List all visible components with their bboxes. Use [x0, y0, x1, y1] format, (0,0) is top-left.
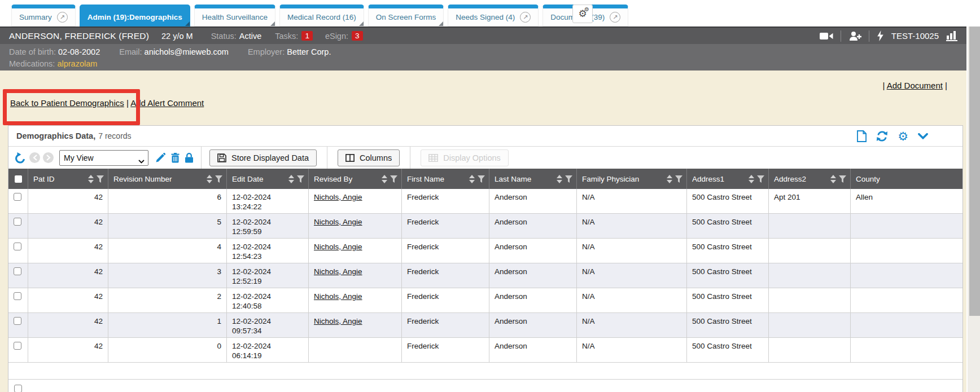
filter-funnel-icon[interactable] [390, 175, 397, 183]
chart-settings-button[interactable]: ⚙ ⚙ [572, 5, 593, 23]
filter-funnel-icon[interactable] [757, 175, 764, 183]
edit-view-pencil-icon[interactable] [155, 153, 165, 163]
columns-button[interactable]: Columns [338, 149, 400, 166]
sort-icon[interactable] [830, 175, 836, 183]
bar-chart-icon[interactable] [946, 31, 957, 41]
person-add-icon[interactable] [848, 31, 861, 41]
store-displayed-data-button[interactable]: Store Displayed Data [209, 149, 317, 166]
lock-view-icon[interactable] [185, 153, 193, 163]
revised-by-link[interactable]: Nichols, Angie [314, 193, 362, 201]
sort-icon[interactable] [382, 175, 387, 183]
medications-value[interactable]: alprazolam [57, 59, 97, 68]
column-header-revised-by[interactable]: Revised By [308, 169, 401, 189]
filter-funnel-icon[interactable] [675, 175, 683, 183]
sort-icon[interactable] [88, 175, 94, 183]
add-document-link[interactable]: Add Document [887, 81, 943, 90]
cell-pat-id: 42 [28, 313, 108, 337]
cell-first-name: Frederick [401, 338, 489, 362]
columns-label: Columns [360, 153, 392, 162]
column-header-county[interactable]: County [850, 169, 963, 189]
filter-funnel-icon[interactable] [478, 175, 485, 183]
sort-icon[interactable] [557, 175, 562, 183]
lightning-bolt-icon[interactable] [877, 30, 884, 41]
cell-edit-date: 12-02-202409:57:34 [226, 313, 308, 337]
column-header-family-physician[interactable]: Family Physician [576, 169, 686, 189]
esign-badge[interactable]: 3 [352, 31, 363, 41]
sort-icon[interactable] [469, 175, 475, 183]
column-header-address1[interactable]: Address1 [686, 169, 768, 189]
tab-on-screen-forms[interactable]: On Screen Forms [368, 5, 444, 27]
sort-icon[interactable] [207, 175, 212, 183]
cell-address1: 500 Castro Street [686, 189, 768, 213]
filter-funnel-icon[interactable] [839, 175, 846, 183]
revised-by-link[interactable]: Nichols, Angie [314, 292, 362, 301]
filter-funnel-icon[interactable] [297, 175, 304, 183]
row-checkbox-cell [8, 313, 28, 337]
row-checkbox[interactable] [14, 292, 21, 300]
delete-view-trash-icon[interactable] [171, 153, 180, 163]
row-checkbox[interactable] [14, 243, 21, 250]
tasks-badge[interactable]: 1 [301, 31, 313, 41]
tab-health-surveillance[interactable]: Health Surveillance [194, 5, 275, 27]
new-document-icon[interactable] [857, 130, 867, 142]
add-document-line: | Add Document | [882, 81, 947, 90]
column-header-first-name[interactable]: First Name [401, 169, 489, 189]
row-checkbox[interactable] [14, 267, 21, 275]
back-to-demographics-link[interactable]: Back to Patient Demographics [10, 98, 124, 108]
status-label: Status: [211, 32, 237, 41]
filter-funnel-icon[interactable] [215, 175, 222, 183]
gear-icon[interactable]: ⚙ [898, 130, 908, 142]
cell-revised-by: Nichols, Angie [308, 189, 401, 213]
revised-by-link[interactable]: Nichols, Angie [314, 218, 362, 226]
vertical-scrollbar-thumb[interactable] [969, 27, 980, 316]
cell-edit-date: 12-02-202413:24:22 [226, 189, 308, 213]
column-header-address2[interactable]: Address2 [768, 169, 850, 189]
sort-icon[interactable] [667, 175, 672, 183]
view-select[interactable]: My View [59, 150, 148, 166]
email-value: anichols@mieweb.com [145, 47, 229, 56]
tab-summary[interactable]: Summary ↗ [11, 5, 76, 27]
select-all-checkbox[interactable] [15, 175, 22, 183]
sort-icon[interactable] [749, 175, 754, 183]
filter-funnel-icon[interactable] [97, 175, 104, 183]
sort-icon[interactable] [288, 175, 294, 183]
tab-medical-record-16[interactable]: Medical Record (16) [279, 5, 364, 27]
medications-label: Medications: [9, 59, 55, 68]
patient-info-line2: Medications: alprazolam [9, 58, 957, 70]
revised-by-link[interactable]: Nichols, Angie [314, 267, 362, 276]
undo-icon[interactable] [14, 152, 27, 164]
tab-needs-signed-4[interactable]: Needs Signed (4) ↗ [448, 5, 539, 27]
column-header-last-name[interactable]: Last Name [489, 169, 576, 189]
cell-pat-id: 42 [28, 214, 108, 238]
column-header-pat-id[interactable]: Pat ID [28, 169, 108, 189]
video-camera-icon[interactable] [820, 32, 833, 41]
row-checkbox[interactable] [14, 218, 21, 226]
cell-edit-date: 12-02-202406:14:19 [226, 338, 308, 362]
row-checkbox[interactable] [14, 317, 21, 325]
filter-funnel-icon[interactable] [565, 175, 572, 183]
revised-by-link[interactable]: Nichols, Angie [314, 317, 362, 325]
column-header-edit-date[interactable]: Edit Date [226, 169, 308, 189]
chevron-down-icon[interactable] [918, 133, 928, 139]
table-row: 42 4 12-02-202412:54:23 Nichols, Angie F… [8, 239, 963, 263]
column-header-label: Address2 [774, 175, 828, 183]
cell-family-physician: N/A [576, 338, 686, 362]
footer-checkbox[interactable] [14, 385, 22, 392]
column-header-label: Revised By [314, 175, 379, 183]
column-header-revision-number[interactable]: Revision Number [108, 169, 226, 189]
cell-revision-number: 6 [108, 189, 226, 213]
previous-view-button[interactable] [29, 152, 40, 163]
tab-admin-19-demographics[interactable]: Admin (19):Demographics [80, 5, 190, 27]
row-checkbox[interactable] [14, 193, 21, 201]
cell-address2 [768, 338, 850, 362]
external-link-icon[interactable]: ↗ [57, 12, 68, 23]
cell-last-name: Anderson [489, 189, 576, 213]
refresh-icon[interactable] [876, 130, 888, 142]
add-alert-comment-link[interactable]: Add Alert Comment [130, 98, 204, 108]
external-link-icon[interactable]: ↗ [520, 12, 531, 23]
next-view-button[interactable] [43, 152, 54, 163]
revised-by-link[interactable]: Nichols, Angie [314, 243, 362, 251]
external-link-icon[interactable]: ↗ [610, 12, 620, 23]
row-checkbox[interactable] [14, 342, 21, 350]
main-content: | Add Document | Back to Patient Demogra… [0, 71, 966, 392]
